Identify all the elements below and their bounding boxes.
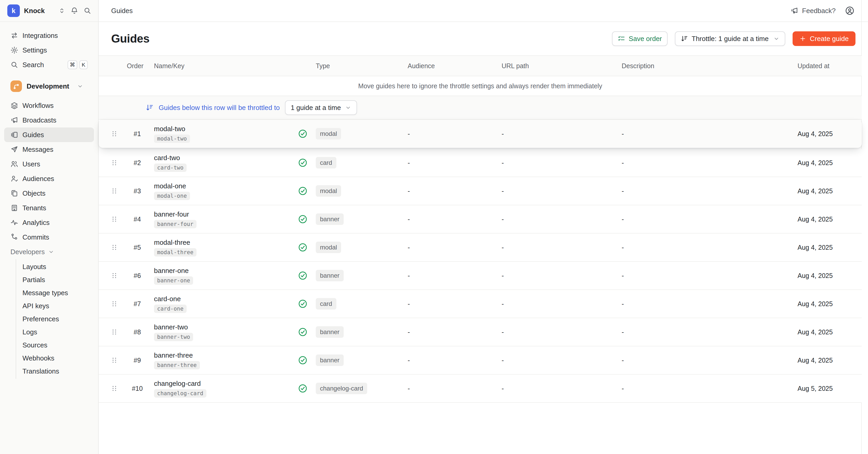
avatar-icon[interactable]: [845, 6, 855, 16]
column-header-url-path: URL path: [498, 62, 619, 70]
guide-name: card-one: [154, 295, 181, 303]
guide-description: -: [619, 272, 793, 280]
sidebar-item[interactable]: Broadcasts: [4, 113, 94, 127]
guide-row[interactable]: #6 banner-one banner-one banner - - - Au…: [99, 262, 862, 290]
sidebar-subitem-label: Webhooks: [23, 354, 54, 362]
developers-section-toggle[interactable]: Developers: [0, 245, 98, 259]
drag-handle-icon[interactable]: [110, 272, 119, 280]
sidebar-item-label: Tenants: [23, 204, 46, 212]
sidebar-item[interactable]: Analytics: [4, 215, 94, 230]
status-check-circle-icon: [298, 384, 307, 393]
sidebar-subitem[interactable]: Partials: [16, 273, 98, 286]
guide-row[interactable]: #4 banner-four banner-four banner - - - …: [99, 205, 862, 233]
broadcasts-icon: [10, 116, 18, 124]
guide-row[interactable]: #1 modal-two modal-two modal - - - Aug 4…: [99, 120, 862, 148]
guide-row[interactable]: #7 card-one card-one card - - - Aug 4, 2…: [99, 290, 862, 318]
sidebar-subitem[interactable]: Layouts: [16, 260, 98, 273]
guide-updated-at: Aug 4, 2025: [793, 187, 862, 195]
guide-row[interactable]: #10 changelog-card changelog-card change…: [99, 375, 862, 403]
column-header-description: Description: [619, 62, 793, 70]
drag-handle-icon[interactable]: [110, 328, 119, 336]
page-title: Guides: [111, 32, 150, 45]
drag-handle-icon[interactable]: [110, 300, 119, 308]
guide-row[interactable]: #9 banner-three banner-three banner - - …: [99, 346, 862, 375]
sidebar-subitem[interactable]: Preferences: [16, 312, 98, 325]
sort-descending-icon: [681, 35, 688, 42]
drag-handle-icon[interactable]: [110, 356, 119, 364]
sidebar-item[interactable]: Integrations: [4, 28, 94, 43]
drag-handle-icon[interactable]: [110, 130, 119, 138]
guide-description: -: [619, 187, 793, 195]
sidebar-item[interactable]: Settings: [4, 43, 94, 57]
feedback-button[interactable]: Feedback?: [790, 7, 836, 15]
messages-icon: [10, 145, 18, 153]
sidebar-subitem[interactable]: API keys: [16, 300, 98, 312]
drag-handle-icon[interactable]: [110, 384, 119, 393]
notifications-bell-icon[interactable]: [70, 7, 78, 15]
sidebar-item[interactable]: Users: [4, 157, 94, 171]
guide-url-path: -: [498, 187, 619, 195]
guide-url-path: -: [498, 244, 619, 252]
sidebar-item[interactable]: Commits: [4, 230, 94, 245]
create-guide-button[interactable]: Create guide: [793, 31, 856, 46]
guide-row[interactable]: #8 banner-two banner-two banner - - - Au…: [99, 318, 862, 346]
sidebar-item-label: Broadcasts: [23, 116, 56, 124]
column-header-audience: Audience: [404, 62, 498, 70]
sidebar-subitem-label: API keys: [23, 302, 49, 310]
guide-name: banner-three: [154, 351, 193, 360]
sidebar-subitem[interactable]: Logs: [16, 325, 98, 339]
sidebar-item[interactable]: Tenants: [4, 201, 94, 215]
drag-handle-icon[interactable]: [110, 187, 119, 195]
throttle-amount-dropdown[interactable]: 1 guide at a time: [285, 100, 357, 115]
guide-type-badge: banner: [316, 354, 344, 366]
guide-row[interactable]: #3 modal-one modal-one modal - - - Aug 4…: [99, 177, 862, 205]
guide-key-badge: banner-one: [154, 276, 193, 285]
sidebar-item-label: Commits: [23, 233, 49, 242]
sidebar-subitem[interactable]: Webhooks: [16, 351, 98, 365]
sidebar-item-label: Guides: [23, 131, 44, 139]
header-search-icon[interactable]: [84, 7, 91, 15]
commits-icon: [10, 233, 18, 241]
environment-switcher[interactable]: Development: [4, 77, 94, 95]
sidebar-item[interactable]: Messages: [4, 142, 94, 157]
column-header-type: Type: [313, 62, 404, 70]
guide-row[interactable]: #5 modal-three modal-three modal - - - A…: [99, 233, 862, 262]
guide-row[interactable]: #2 card-two card-two card - - - Aug 4, 2…: [99, 149, 862, 177]
sidebar-item[interactable]: Objects: [4, 186, 94, 201]
main-area: Guides Feedback? Guides Save order: [99, 0, 868, 454]
sidebar-subitem[interactable]: Sources: [16, 339, 98, 351]
guide-type-badge: banner: [316, 214, 344, 225]
guide-audience: -: [404, 356, 498, 364]
guide-audience: -: [404, 130, 498, 138]
sort-descending-icon: [146, 104, 153, 112]
save-order-button[interactable]: Save order: [612, 31, 668, 46]
drag-handle-icon[interactable]: [110, 159, 119, 167]
immediate-drop-zone-text: Move guides here to ignore the throttle …: [358, 82, 602, 90]
drag-handle-icon[interactable]: [110, 215, 119, 223]
sidebar-item[interactable]: Workflows: [4, 98, 94, 113]
sidebar-subitem[interactable]: Message types: [16, 286, 98, 300]
workflows-icon: [10, 102, 18, 109]
drag-handle-icon[interactable]: [110, 243, 119, 252]
guide-url-path: -: [498, 328, 619, 336]
workspace-switcher-icon[interactable]: [58, 7, 65, 14]
guide-key-badge: banner-two: [154, 333, 193, 341]
sidebar-item[interactable]: Audiences: [4, 171, 94, 186]
objects-icon: [10, 189, 18, 197]
guide-updated-at: Aug 4, 2025: [793, 328, 862, 336]
guide-order: #1: [124, 130, 151, 138]
immediate-drop-zone[interactable]: Move guides here to ignore the throttle …: [99, 76, 862, 96]
guide-name: modal-one: [154, 182, 186, 190]
topbar: Guides Feedback?: [99, 0, 868, 22]
guide-url-path: -: [498, 215, 619, 223]
sidebar-subitem-label: Layouts: [23, 263, 46, 271]
guide-type-badge: changelog-card: [316, 383, 367, 394]
sidebar-item[interactable]: Search ⌘K: [4, 57, 94, 72]
guide-description: -: [619, 244, 793, 252]
guide-audience: -: [404, 385, 498, 393]
guide-audience: -: [404, 159, 498, 167]
sidebar-subitem[interactable]: Translations: [16, 365, 98, 378]
sidebar-item[interactable]: Guides: [4, 127, 94, 142]
guide-order: #3: [124, 187, 151, 195]
throttle-dropdown-button[interactable]: Throttle: 1 guide at a time: [675, 31, 785, 46]
